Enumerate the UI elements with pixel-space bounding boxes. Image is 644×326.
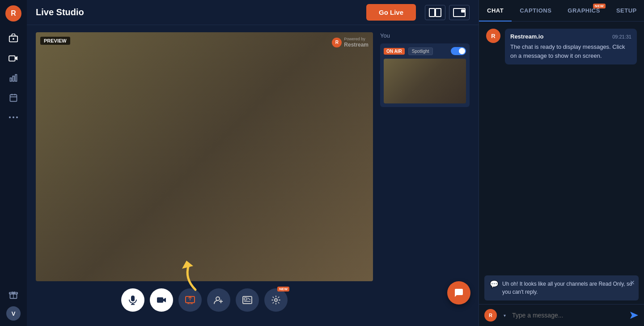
- svg-point-11: [13, 116, 14, 118]
- sidebar-item-more[interactable]: [5, 109, 21, 125]
- svg-rect-15: [429, 9, 435, 17]
- chat-input[interactable]: [512, 312, 626, 319]
- chat-bubble: Restream.io 09:21:31 The chat is ready t…: [505, 29, 637, 64]
- go-live-button[interactable]: Go Live: [366, 4, 416, 21]
- chat-fab-button[interactable]: [447, 281, 470, 305]
- svg-line-36: [248, 298, 250, 300]
- source-card[interactable]: ON AIR Spotlight: [380, 43, 470, 107]
- chat-send-button[interactable]: [630, 311, 639, 319]
- sidebar-logo[interactable]: R: [5, 5, 21, 21]
- warning-text: Uh oh! It looks like all your channels a…: [502, 280, 633, 296]
- warning-close-button[interactable]: ✕: [630, 279, 635, 286]
- tab-graphics[interactable]: GRAPHICS NEW: [559, 0, 608, 21]
- topbar: Live Studio Go Live: [27, 0, 479, 25]
- sources-label: You: [380, 32, 470, 39]
- add-guest-button[interactable]: [207, 288, 230, 312]
- sources-panel: You ON AIR Spotlight: [380, 32, 470, 319]
- chat-input-area: R ▾: [479, 304, 644, 326]
- svg-rect-22: [157, 297, 163, 303]
- mic-button[interactable]: [121, 288, 144, 312]
- svg-point-1: [13, 38, 14, 40]
- camera-toggle-button[interactable]: [150, 288, 173, 312]
- svg-rect-4: [13, 76, 14, 82]
- main-content: Live Studio Go Live PREVIEW: [27, 0, 479, 326]
- user-avatar[interactable]: V: [6, 306, 21, 321]
- chat-username: Restream.io: [510, 33, 543, 40]
- svg-rect-3: [10, 78, 12, 82]
- chat-message-item[interactable]: R Restream.io 09:21:31 The chat is ready…: [486, 29, 637, 64]
- restream-watermark: R Powered by Restream: [332, 37, 369, 48]
- spotlight-badge: Spotlight: [408, 47, 433, 55]
- source-thumbnail: [384, 59, 466, 103]
- page-title: Live Studio: [36, 7, 366, 17]
- layout-single-button[interactable]: [449, 5, 470, 20]
- preview-canvas: PREVIEW R Powered by Restream: [36, 32, 373, 281]
- svg-rect-34: [244, 298, 247, 300]
- restream-logo-icon: R: [332, 38, 342, 47]
- sidebar-item-broadcast[interactable]: [5, 30, 21, 47]
- studio-area: PREVIEW R Powered by Restream: [27, 25, 479, 326]
- preview-label: PREVIEW: [40, 37, 70, 45]
- sidebar: R V: [0, 0, 27, 326]
- sidebar-item-schedule[interactable]: [5, 90, 21, 106]
- channel-dropdown-button[interactable]: ▾: [500, 311, 508, 319]
- chat-time: 09:21:31: [612, 34, 631, 39]
- media-button[interactable]: [236, 288, 259, 312]
- layout-split-button[interactable]: [425, 5, 445, 20]
- graphics-new-badge: NEW: [593, 4, 606, 9]
- svg-point-37: [275, 299, 277, 301]
- warning-icon: 💬: [490, 280, 499, 288]
- svg-point-12: [16, 116, 18, 118]
- settings-button[interactable]: NEW: [264, 288, 288, 312]
- spotlight-toggle[interactable]: [451, 47, 466, 55]
- tab-chat[interactable]: CHAT: [479, 0, 512, 21]
- preview-panel: PREVIEW R Powered by Restream: [36, 32, 373, 319]
- svg-point-10: [9, 116, 11, 118]
- sidebar-item-camera[interactable]: [5, 50, 21, 66]
- svg-rect-18: [462, 10, 464, 12]
- sidebar-item-gifts[interactable]: [5, 287, 21, 303]
- right-panel: CHAT CAPTIONS GRAPHICS NEW SETUP R Restr…: [479, 0, 644, 326]
- svg-rect-16: [436, 9, 441, 17]
- right-tabs: CHAT CAPTIONS GRAPHICS NEW SETUP: [479, 0, 644, 21]
- tab-captions[interactable]: CAPTIONS: [512, 0, 559, 21]
- screenshare-button[interactable]: [178, 288, 202, 312]
- svg-rect-2: [9, 56, 15, 61]
- source-card-header: ON AIR Spotlight: [384, 47, 466, 55]
- svg-point-30: [216, 297, 220, 300]
- controls-bar: NEW: [36, 281, 373, 319]
- svg-rect-19: [131, 296, 135, 301]
- chat-avatar: R: [486, 29, 500, 43]
- sidebar-item-analytics[interactable]: [5, 70, 21, 86]
- chat-text: The chat is ready to display messages. C…: [510, 43, 631, 60]
- chat-messages: R Restream.io 09:21:31 The chat is ready…: [479, 21, 644, 275]
- warning-banner: 💬 Uh oh! It looks like all your channels…: [484, 275, 639, 300]
- on-air-badge: ON AIR: [384, 48, 405, 55]
- layout-buttons: [425, 5, 470, 20]
- settings-new-badge: NEW: [277, 287, 289, 292]
- chat-input-avatar: R: [484, 309, 497, 322]
- svg-rect-6: [10, 94, 17, 101]
- tab-setup[interactable]: SETUP: [608, 0, 644, 21]
- svg-rect-5: [15, 75, 17, 82]
